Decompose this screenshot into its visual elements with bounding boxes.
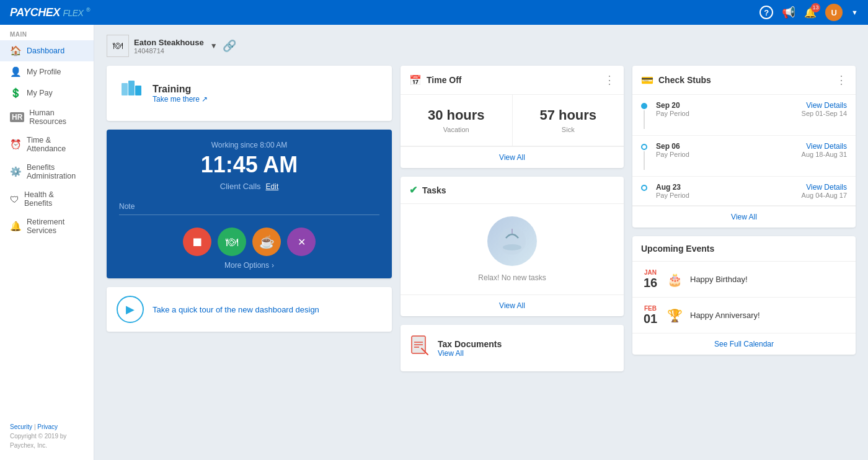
time-off-view-all[interactable]: View All bbox=[401, 146, 624, 168]
avatar-chevron[interactable]: ▼ bbox=[851, 9, 858, 16]
paystub-item-2: Aug 23 View Details Pay Period Aug 04-Au… bbox=[632, 177, 856, 206]
paystub-date-2: Aug 23 bbox=[656, 183, 806, 192]
check-stubs-view-all[interactable]: View All bbox=[632, 206, 856, 228]
video-tour-text[interactable]: Take a quick tour of the new dashboard d… bbox=[153, 305, 319, 314]
help-icon[interactable]: ? bbox=[760, 6, 773, 19]
break-button[interactable]: ☕ bbox=[252, 228, 281, 256]
current-time: 11:45 AM bbox=[201, 152, 298, 178]
paystub-sub-0: Pay Period bbox=[656, 110, 689, 117]
more-options-link[interactable]: More Options › bbox=[224, 261, 274, 270]
check-stubs-title: 💳 Check Stubs bbox=[641, 74, 711, 86]
more-options-label: More Options bbox=[224, 261, 269, 270]
topnav: PAYCHEX FLEX ® ? 📢 🔔 13 U ▼ bbox=[0, 0, 868, 25]
security-link[interactable]: Security bbox=[10, 423, 32, 430]
tax-doc-view-all[interactable]: View All bbox=[438, 349, 502, 358]
event-label-0: Happy Birthday! bbox=[690, 275, 748, 284]
time-off-menu-icon[interactable]: ⋮ bbox=[604, 73, 615, 87]
sidebar-item-hr-label: Human Resources bbox=[29, 108, 84, 126]
sidebar-item-hr[interactable]: HR Human Resources bbox=[0, 104, 94, 131]
paystub-range-2: Aug 04-Aug 17 bbox=[802, 192, 847, 199]
location-chevron-icon[interactable]: ▼ bbox=[210, 42, 218, 50]
event-item-0: JAN 16 🎂 Happy Birthday! bbox=[632, 262, 856, 298]
paystub-dot-active bbox=[641, 103, 647, 109]
more-options-chevron: › bbox=[272, 261, 274, 270]
event-day-1: 01 bbox=[644, 312, 657, 325]
training-card: Training Take me there ↗ bbox=[107, 66, 392, 121]
sidebar-item-benefits-label: Benefits Administration bbox=[27, 163, 84, 180]
notifications-icon[interactable]: 🔔 13 bbox=[804, 7, 817, 19]
time-off-card: 📅 Time Off ⋮ 30 hours Vacation 57 hours … bbox=[401, 66, 624, 168]
sidebar-item-dashboard[interactable]: 🏠 Dashboard bbox=[0, 40, 94, 61]
see-full-calendar-link[interactable]: See Full Calendar bbox=[632, 334, 856, 355]
paystub-info-2: Aug 23 View Details Pay Period Aug 04-Au… bbox=[656, 183, 847, 199]
paystub-dot-1 bbox=[641, 144, 647, 150]
sidebar-item-retirement[interactable]: 🔔 Retirement Services bbox=[0, 213, 94, 240]
play-button[interactable]: ▶ bbox=[117, 296, 144, 323]
tasks-card: ✔ Tasks Relax! bbox=[401, 177, 624, 316]
location-link-icon[interactable]: 🔗 bbox=[223, 39, 236, 53]
health-icon: 🛡 bbox=[10, 194, 19, 205]
time-off-header: 📅 Time Off ⋮ bbox=[401, 66, 624, 95]
check-stubs-menu-icon[interactable]: ⋮ bbox=[836, 73, 847, 87]
sidebar-item-time-label: Time & Attendance bbox=[27, 136, 84, 153]
vacation-stat: 30 hours Vacation bbox=[401, 95, 513, 146]
paystub-item-1: Sep 06 View Details Pay Period Aug 18-Au… bbox=[632, 136, 856, 177]
mid-column: 📅 Time Off ⋮ 30 hours Vacation 57 hours … bbox=[401, 66, 624, 371]
tax-doc-info: Tax Documents View All bbox=[438, 339, 502, 358]
time-off-title: 📅 Time Off bbox=[409, 74, 462, 86]
birthday-icon: 🎂 bbox=[667, 272, 683, 287]
tax-doc-title: Tax Documents bbox=[438, 339, 502, 349]
training-icon bbox=[119, 78, 144, 108]
meal-button[interactable]: 🍽 bbox=[218, 228, 246, 256]
time-icon: ⏰ bbox=[10, 139, 22, 150]
paystub-range-0: Sep 01-Sep 14 bbox=[802, 110, 847, 117]
training-info: Training Take me there ↗ bbox=[153, 84, 208, 104]
location-logo: 🍽 bbox=[107, 35, 129, 57]
training-link-label: Take me there bbox=[153, 95, 200, 104]
retirement-icon: 🔔 bbox=[10, 221, 22, 232]
sidebar-item-retirement-label: Retirement Services bbox=[27, 218, 84, 235]
logo-text: PAYCHEX FLEX ® bbox=[10, 6, 90, 19]
svg-point-4 bbox=[503, 244, 521, 250]
activity-row: Client Calls Edit bbox=[220, 182, 278, 191]
note-input[interactable] bbox=[119, 198, 379, 215]
announcement-icon[interactable]: 📢 bbox=[782, 6, 795, 19]
vacation-label: Vacation bbox=[443, 126, 469, 133]
topnav-actions: ? 📢 🔔 13 U ▼ bbox=[760, 4, 858, 21]
training-link[interactable]: Take me there ↗ bbox=[153, 95, 208, 104]
event-day-0: 16 bbox=[644, 276, 657, 290]
stop-button[interactable]: ⏹ bbox=[183, 228, 211, 256]
privacy-link[interactable]: Privacy bbox=[37, 423, 58, 430]
paystub-dot-2 bbox=[641, 185, 647, 191]
sidebar-item-profile-label: My Profile bbox=[27, 68, 61, 76]
check-stubs-card: 💳 Check Stubs ⋮ Sep 20 bbox=[632, 66, 856, 228]
avatar[interactable]: U bbox=[825, 4, 843, 21]
sidebar-item-my-profile[interactable]: 👤 My Profile bbox=[0, 61, 94, 82]
event-item-1: FEB 01 🏆 Happy Anniversary! bbox=[632, 298, 856, 334]
tasks-view-all[interactable]: View All bbox=[401, 294, 624, 316]
tasks-header: ✔ Tasks bbox=[401, 177, 624, 204]
paystub-date-0: Sep 20 bbox=[656, 101, 806, 110]
location-bar: 🍽 Eaton Steakhouse 14048714 ▼ 🔗 bbox=[107, 35, 856, 57]
paystub-view-0[interactable]: View Details bbox=[806, 101, 847, 110]
dashboard-icon: 🏠 bbox=[10, 45, 22, 56]
transfer-button[interactable]: ✕ bbox=[287, 228, 316, 256]
time-tracker-card: Working since 8:00 AM 11:45 AM Client Ca… bbox=[107, 130, 392, 278]
check-stubs-header: 💳 Check Stubs ⋮ bbox=[632, 66, 856, 95]
sidebar-item-my-pay[interactable]: 💲 My Pay bbox=[0, 82, 94, 104]
sidebar-section-label: MAIN bbox=[0, 25, 94, 40]
sick-hours: 57 hours bbox=[539, 107, 596, 123]
sidebar-item-health[interactable]: 🛡 Health & Benefits bbox=[0, 185, 94, 213]
sick-label: Sick bbox=[562, 126, 575, 133]
tasks-empty-image bbox=[487, 216, 537, 266]
paystub-sub-2: Pay Period bbox=[656, 192, 689, 199]
external-link-icon: ↗ bbox=[202, 95, 208, 104]
training-title: Training bbox=[153, 84, 208, 95]
sidebar-item-time[interactable]: ⏰ Time & Attendance bbox=[0, 131, 94, 158]
sidebar-item-benefits-admin[interactable]: ⚙️ Benefits Administration bbox=[0, 158, 94, 185]
paystub-view-2[interactable]: View Details bbox=[806, 183, 847, 192]
event-date-1: FEB 01 bbox=[641, 305, 660, 325]
paystub-view-1[interactable]: View Details bbox=[806, 142, 847, 151]
edit-activity-link[interactable]: Edit bbox=[266, 182, 279, 191]
right-column: 💳 Check Stubs ⋮ Sep 20 bbox=[632, 66, 856, 355]
